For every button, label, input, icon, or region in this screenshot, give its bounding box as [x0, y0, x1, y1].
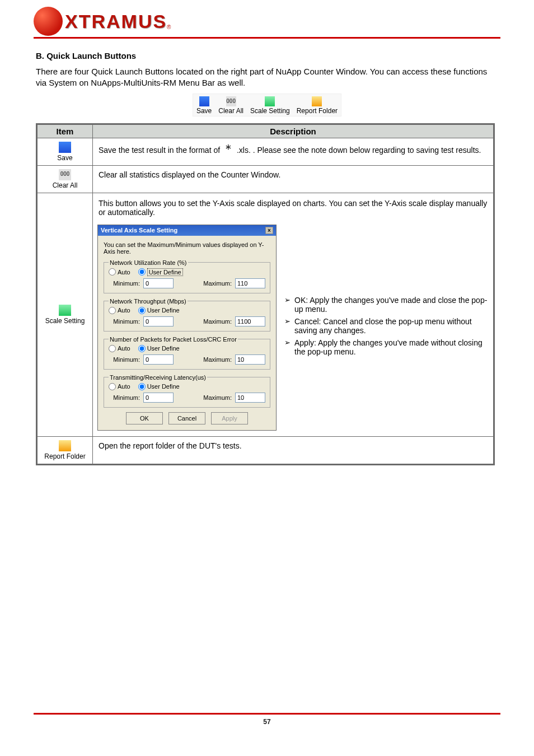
save-icon — [59, 142, 71, 153]
maximum-input[interactable] — [235, 278, 265, 288]
asterisk-icon: ＊ — [222, 142, 235, 156]
header-item: Item — [37, 124, 93, 138]
toolbar-scale-button[interactable]: Scale Setting — [247, 94, 293, 116]
maximum-input[interactable] — [235, 354, 265, 365]
toolbar-save-button[interactable]: Save — [193, 94, 215, 116]
clearall-icon: 000 — [226, 96, 236, 106]
minimum-input[interactable] — [143, 316, 174, 326]
table-row: Report Folder Open the report folder of … — [37, 436, 494, 464]
row-scale-item: Scale Setting — [37, 193, 93, 436]
clearall-icon: 000 — [59, 169, 71, 180]
section-intro: There are four Quick Launch Buttons loca… — [36, 66, 498, 89]
row-scale-desc: This button allows you to set the Y-Axis… — [93, 193, 494, 436]
save-icon — [199, 96, 209, 106]
row-report-label: Report Folder — [44, 452, 85, 460]
cancel-button[interactable]: Cancel — [168, 412, 205, 424]
toolbar-save-label: Save — [196, 107, 212, 115]
header-rule — [34, 37, 500, 39]
maximum-label: Maximum: — [200, 356, 232, 363]
maximum-input[interactable] — [235, 393, 265, 403]
table-row: 000 Clear All Clear all statistics displ… — [37, 165, 494, 193]
toolbar-reportfolder-button[interactable]: Report Folder — [293, 94, 341, 116]
group-legend: Transmitting/Receiving Latency(us) — [109, 374, 207, 381]
minimum-label: Minimum: — [109, 356, 140, 363]
row-scale-label: Scale Setting — [45, 317, 85, 325]
maximum-label: Maximum: — [200, 394, 232, 401]
scale-icon — [265, 96, 275, 106]
row-report-item: Report Folder — [37, 436, 93, 464]
dialog-title: Vertical Axis Scale Setting — [101, 227, 177, 234]
userdefine-radio[interactable]: User Define — [138, 268, 183, 276]
group-packet-loss: Number of Packets for Packet Loss/CRC Er… — [104, 336, 270, 370]
folder-icon — [59, 440, 71, 451]
userdefine-radio[interactable]: User Define — [138, 307, 180, 314]
table-row: Save Save the test result in the format … — [37, 138, 494, 165]
group-legend: Network Throughput (Mbps) — [109, 298, 188, 305]
apply-button[interactable]: Apply — [211, 412, 248, 424]
section-heading: B. Quick Launch Buttons — [36, 51, 534, 60]
maximum-label: Maximum: — [200, 318, 232, 325]
table-header-row: Item Description — [37, 124, 494, 138]
bullet-cancel: Cancel: Cancel and close the pop-up menu… — [284, 317, 489, 335]
quick-launch-table: Item Description Save Save the test resu… — [36, 123, 495, 465]
bullet-ok: OK: Apply the changes you've made and cl… — [284, 296, 489, 314]
group-network-utilization: Network Utilization Rate (%) Auto User D… — [104, 259, 270, 293]
table-row: Scale Setting This button allows you to … — [37, 193, 494, 436]
auto-radio[interactable]: Auto — [109, 345, 130, 352]
minimum-input[interactable] — [143, 393, 174, 403]
minimum-input[interactable] — [143, 354, 174, 365]
logo-text: XTRAMUS — [65, 11, 167, 32]
dialog-intro: You can set the Maximum/Minimum values d… — [104, 241, 270, 255]
footer-rule — [34, 713, 500, 715]
save-desc-note: . Please see the note down below regardi… — [253, 146, 481, 155]
maximum-label: Maximum: — [200, 280, 232, 287]
group-legend: Number of Packets for Packet Loss/CRC Er… — [109, 336, 238, 343]
logo-icon — [34, 7, 63, 36]
row-clear-item: 000 Clear All — [37, 165, 93, 193]
ok-button[interactable]: OK — [126, 412, 163, 424]
toolbar-scale-label: Scale Setting — [250, 107, 290, 115]
scale-icon — [59, 305, 71, 316]
page-header: XTRAMUS ® — [0, 0, 534, 36]
auto-radio[interactable]: Auto — [109, 307, 130, 314]
save-desc-ext: .xls. — [237, 146, 251, 155]
minimum-label: Minimum: — [109, 394, 140, 401]
toolbar-clearall-label: Clear All — [218, 107, 243, 115]
minimum-label: Minimum: — [109, 318, 140, 325]
minimum-label: Minimum: — [109, 280, 140, 287]
scale-bullets: OK: Apply the changes you've made and cl… — [284, 296, 489, 360]
group-legend: Network Utilization Rate (%) — [109, 259, 188, 266]
bullet-apply: Apply: Apply the changes you've made wit… — [284, 338, 489, 356]
toolbar-clearall-button[interactable]: 000 Clear All — [215, 94, 247, 116]
header-description: Description — [93, 124, 494, 138]
userdefine-radio[interactable]: User Define — [138, 345, 180, 352]
toolbar-illustration: Save 000 Clear All Scale Setting Report … — [0, 94, 534, 116]
auto-radio[interactable]: Auto — [109, 383, 130, 390]
group-latency: Transmitting/Receiving Latency(us) Auto … — [104, 374, 270, 408]
dialog-titlebar: Vertical Axis Scale Setting × — [98, 225, 276, 236]
row-clear-label: Clear All — [53, 181, 78, 189]
userdefine-radio[interactable]: User Define — [138, 383, 180, 390]
row-clear-desc: Clear all statistics displayed on the Co… — [93, 165, 494, 193]
row-report-desc: Open the report folder of the DUT's test… — [93, 436, 494, 464]
registered-icon: ® — [167, 24, 171, 30]
maximum-input[interactable] — [235, 316, 265, 326]
save-desc-text: Save the test result in the format of — [99, 146, 220, 155]
minimum-input[interactable] — [143, 278, 174, 288]
row-save-desc: Save the test result in the format of ＊ … — [93, 138, 494, 165]
toolbar-reportfolder-label: Report Folder — [297, 107, 338, 115]
folder-icon — [312, 96, 322, 106]
auto-radio[interactable]: Auto — [109, 268, 130, 276]
row-save-label: Save — [57, 154, 72, 162]
row-save-item: Save — [37, 138, 93, 165]
vertical-axis-dialog: Vertical Axis Scale Setting × You can se… — [97, 225, 277, 431]
page-number: 57 — [0, 718, 534, 726]
logo: XTRAMUS ® — [34, 7, 500, 36]
scale-intro: This button allows you to set the Y-Axis… — [99, 199, 488, 217]
group-network-throughput: Network Throughput (Mbps) Auto User Defi… — [104, 298, 270, 332]
close-icon[interactable]: × — [265, 227, 273, 234]
